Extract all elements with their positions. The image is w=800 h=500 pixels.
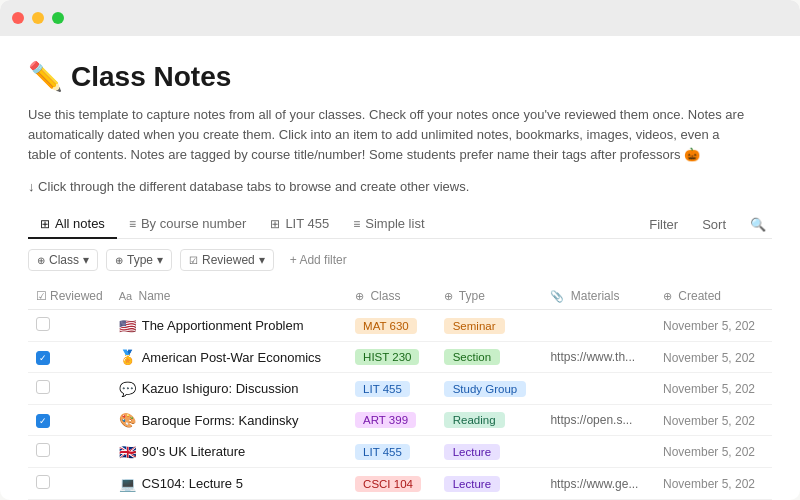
reviewed-checkbox[interactable] xyxy=(36,317,50,331)
search-icon[interactable]: 🔍 xyxy=(744,213,772,236)
database-tabs: ⊞ All notes ≡ By course number ⊞ LIT 455… xyxy=(28,210,772,239)
reviewed-cell[interactable]: ✓ xyxy=(28,342,111,373)
created-date: November 5, 202 xyxy=(663,319,755,333)
class-badge: ART 399 xyxy=(355,412,416,428)
reviewed-cell[interactable] xyxy=(28,310,111,342)
created-cell: November 5, 202 xyxy=(655,310,772,342)
tab-simple-list-label: Simple list xyxy=(365,216,424,231)
reviewed-cell[interactable] xyxy=(28,468,111,500)
name-cell[interactable]: 🏅 American Post-War Economics xyxy=(111,342,347,373)
col-type: ⊕ Type xyxy=(436,283,543,310)
col-created-label: Created xyxy=(678,289,721,303)
type-badge: Seminar xyxy=(444,318,505,334)
materials-link[interactable]: https://www.ge... xyxy=(550,477,647,491)
materials-link[interactable]: https://www.th... xyxy=(550,350,647,364)
created-cell: November 5, 202 xyxy=(655,405,772,436)
type-badge: Lecture xyxy=(444,476,500,492)
tab-by-course-icon: ≡ xyxy=(129,217,136,231)
col-name-icon: Aa xyxy=(119,290,132,302)
titlebar xyxy=(0,0,800,36)
col-reviewed: ☑ Reviewed xyxy=(28,283,111,310)
row-emoji: 🇬🇧 xyxy=(119,444,136,460)
sort-button[interactable]: Sort xyxy=(696,213,732,236)
name-cell[interactable]: 🇺🇸 The Apportionment Problem xyxy=(111,310,347,342)
name-cell[interactable]: 💻 CS104: Lecture 5 xyxy=(111,468,347,500)
name-cell[interactable]: 💬 Kazuo Ishiguro: Discussion xyxy=(111,373,347,405)
tab-by-course[interactable]: ≡ By course number xyxy=(117,210,259,239)
type-cell: Section xyxy=(436,342,543,373)
created-cell: November 5, 202 xyxy=(655,436,772,468)
class-cell: HIST 230 xyxy=(347,342,436,373)
table-row[interactable]: 🇺🇸 The Apportionment Problem MAT 630Semi… xyxy=(28,310,772,342)
reviewed-filter-icon: ☑ xyxy=(189,255,198,266)
created-date: November 5, 202 xyxy=(663,477,755,491)
col-reviewed-label: Reviewed xyxy=(50,289,103,303)
type-filter-chip[interactable]: ⊕ Type ▾ xyxy=(106,249,172,271)
type-cell: Lecture xyxy=(436,468,543,500)
row-emoji: 💻 xyxy=(119,476,136,492)
table-row[interactable]: ✓ 🏅 American Post-War Economics HIST 230… xyxy=(28,342,772,373)
close-button[interactable] xyxy=(12,12,24,24)
materials-cell xyxy=(542,436,655,468)
name-cell[interactable]: 🇬🇧 90's UK Literature xyxy=(111,436,347,468)
materials-cell xyxy=(542,310,655,342)
class-cell: MAT 630 xyxy=(347,310,436,342)
filter-button[interactable]: Filter xyxy=(643,213,684,236)
type-filter-label: Type xyxy=(127,253,153,267)
type-badge: Lecture xyxy=(444,444,500,460)
page-title: Class Notes xyxy=(71,61,231,93)
reviewed-cell[interactable] xyxy=(28,373,111,405)
col-reviewed-icon: ☑ xyxy=(36,289,47,303)
reviewed-cell[interactable]: ✓ xyxy=(28,405,111,436)
row-name: The Apportionment Problem xyxy=(142,318,304,333)
col-name: Aa Name xyxy=(111,283,347,310)
type-cell: Reading xyxy=(436,405,543,436)
reviewed-checkbox[interactable]: ✓ xyxy=(36,414,50,428)
type-filter-icon: ⊕ xyxy=(115,255,123,266)
table-row[interactable]: 🇬🇧 90's UK Literature LIT 455LectureNove… xyxy=(28,436,772,468)
reviewed-checkbox[interactable] xyxy=(36,475,50,489)
row-emoji: 🇺🇸 xyxy=(119,318,136,334)
reviewed-checkbox[interactable] xyxy=(36,380,50,394)
tab-all-notes[interactable]: ⊞ All notes xyxy=(28,210,117,239)
class-filter-label: Class xyxy=(49,253,79,267)
main-content: ✏️ Class Notes Use this template to capt… xyxy=(0,36,800,500)
minimize-button[interactable] xyxy=(32,12,44,24)
row-emoji: 💬 xyxy=(119,381,136,397)
materials-link[interactable]: https://open.s... xyxy=(550,413,647,427)
created-date: November 5, 202 xyxy=(663,351,755,365)
reviewed-filter-chevron: ▾ xyxy=(259,253,265,267)
type-cell: Study Group xyxy=(436,373,543,405)
col-type-label: Type xyxy=(459,289,485,303)
name-cell[interactable]: 🎨 Baroque Forms: Kandinsky xyxy=(111,405,347,436)
tab-actions: Filter Sort 🔍 xyxy=(643,213,772,236)
reviewed-filter-chip[interactable]: ☑ Reviewed ▾ xyxy=(180,249,274,271)
row-name: Kazuo Ishiguro: Discussion xyxy=(142,381,299,396)
tab-simple-list[interactable]: ≡ Simple list xyxy=(341,210,436,239)
tab-lit455[interactable]: ⊞ LIT 455 xyxy=(258,210,341,239)
notes-table: ☑ Reviewed Aa Name ⊕ Class ⊕ Type � xyxy=(28,283,772,500)
class-badge: LIT 455 xyxy=(355,381,410,397)
class-filter-chip[interactable]: ⊕ Class ▾ xyxy=(28,249,98,271)
tab-lit455-icon: ⊞ xyxy=(270,217,280,231)
type-badge: Reading xyxy=(444,412,505,428)
page-hint: ↓ Click through the different database t… xyxy=(28,179,772,194)
table-row[interactable]: 💻 CS104: Lecture 5 CSCI 104Lecturehttps:… xyxy=(28,468,772,500)
class-badge: LIT 455 xyxy=(355,444,410,460)
reviewed-checkbox[interactable] xyxy=(36,443,50,457)
col-materials-icon: 📎 xyxy=(550,290,564,302)
table-row[interactable]: 💬 Kazuo Ishiguro: Discussion LIT 455Stud… xyxy=(28,373,772,405)
type-cell: Seminar xyxy=(436,310,543,342)
col-materials-label: Materials xyxy=(571,289,620,303)
col-name-label: Name xyxy=(139,289,171,303)
reviewed-checkbox[interactable]: ✓ xyxy=(36,351,50,365)
created-cell: November 5, 202 xyxy=(655,342,772,373)
materials-cell: https://open.s... xyxy=(542,405,655,436)
row-name: American Post-War Economics xyxy=(142,350,321,365)
reviewed-cell[interactable] xyxy=(28,436,111,468)
maximize-button[interactable] xyxy=(52,12,64,24)
row-name: CS104: Lecture 5 xyxy=(142,476,243,491)
add-filter-button[interactable]: + Add filter xyxy=(282,250,355,270)
col-type-icon: ⊕ xyxy=(444,290,453,302)
table-row[interactable]: ✓ 🎨 Baroque Forms: Kandinsky ART 399Read… xyxy=(28,405,772,436)
